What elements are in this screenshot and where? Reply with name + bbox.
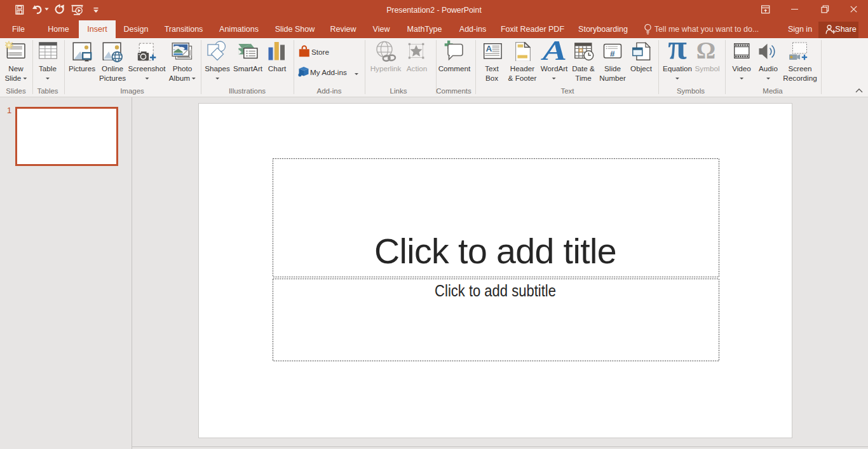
- svg-text:Ω: Ω: [696, 41, 715, 60]
- svg-text:#: #: [610, 49, 615, 59]
- svg-text:A: A: [485, 44, 492, 53]
- svg-text:π: π: [668, 41, 687, 60]
- svg-text:A: A: [541, 40, 567, 60]
